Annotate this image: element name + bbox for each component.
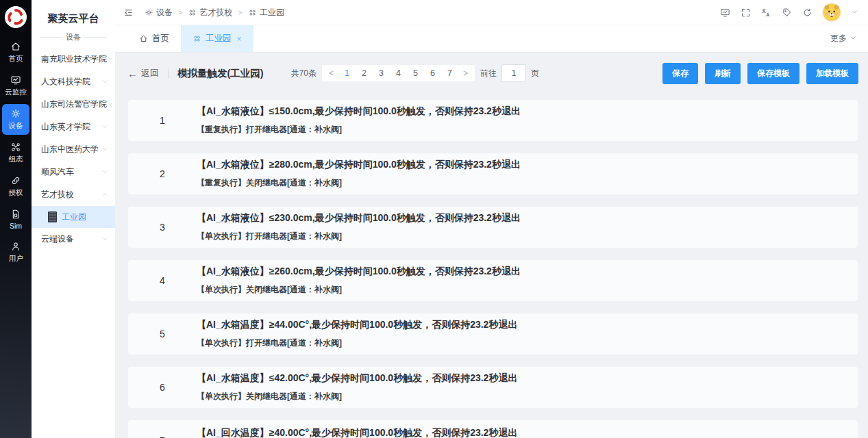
- rule-action: 【单次执行】关闭继电器[通道：补水阀]: [197, 284, 521, 296]
- breadcrumb-label: 艺才技校: [199, 7, 232, 18]
- juying-logo-icon[interactable]: [4, 5, 27, 29]
- tree-item-label: 山东中医药大学: [41, 144, 99, 155]
- page-number-1[interactable]: 1: [338, 68, 356, 78]
- rule-index: 5: [128, 328, 197, 339]
- user-icon: [10, 241, 21, 252]
- rule-card[interactable]: 7【AI_回水温度】≥40.00C°,最少保持时间100.0秒触发，否则保持23…: [127, 420, 858, 438]
- rule-card[interactable]: 1【AI_水箱液位】≤150.0cm,最少保持时间100.0秒触发，否则保持23…: [127, 99, 858, 142]
- breadcrumb-separator: >: [178, 8, 182, 16]
- rule-condition: 【AI_水箱温度】≤42.00C°,最少保持时间100.0秒触发，否则保持23.…: [197, 372, 517, 385]
- rule-condition: 【AI_水箱液位】≤230.0cm,最少保持时间100.0秒触发，否则保持23.…: [197, 212, 521, 224]
- page-number-4[interactable]: 4: [390, 68, 407, 78]
- toolbar-buttons: 保存刷新保存模板加载模板: [656, 63, 858, 84]
- rule-condition: 【AI_水箱液位】≥280.0cm,最少保持时间100.0秒触发，否则保持23.…: [197, 159, 521, 171]
- fullscreen-icon[interactable]: [741, 8, 751, 18]
- tree-item[interactable]: 艺才技校: [32, 183, 115, 206]
- rule-index: 6: [128, 382, 197, 393]
- breadcrumb-item[interactable]: 设备: [145, 7, 173, 18]
- sidebar-section-divider: 设备: [32, 32, 115, 48]
- page-number-6[interactable]: 6: [424, 68, 441, 78]
- page-list: <1234567>: [322, 65, 475, 81]
- rail-item-label: 首页: [9, 54, 23, 64]
- monitor-icon[interactable]: [720, 8, 730, 18]
- svg-text:文: 文: [762, 8, 766, 12]
- rule-action: 【单次执行】打开继电器[通道：补水阀]: [197, 337, 517, 349]
- translate-icon[interactable]: 文A: [761, 8, 771, 18]
- pagination: 共70条 <1234567> 前往 页: [291, 64, 539, 82]
- prev-page-arrow[interactable]: <: [324, 68, 338, 78]
- tree-item[interactable]: 人文科技学院: [32, 70, 115, 93]
- rail-item-link[interactable]: 授权: [2, 171, 29, 202]
- breadcrumb-item[interactable]: 工业园: [248, 7, 284, 18]
- rail-item-nodes[interactable]: 组态: [2, 138, 29, 168]
- breadcrumb-separator: >: [238, 8, 242, 16]
- rail-item-sim[interactable]: Sim: [2, 205, 29, 234]
- tree-item[interactable]: 山东司法警官学院: [32, 93, 115, 116]
- link-icon: [10, 175, 21, 186]
- group-icon: [188, 8, 197, 17]
- close-tab-icon[interactable]: ×: [237, 35, 242, 43]
- rule-card[interactable]: 5【AI_水箱温度】≥44.00C°,最少保持时间100.0秒触发，否则保持23…: [127, 313, 858, 355]
- home-icon: [10, 41, 21, 52]
- page-number-2[interactable]: 2: [356, 68, 373, 78]
- tabbar: 首页工业园× 更多: [115, 25, 868, 53]
- chevron-down-icon: [107, 100, 114, 110]
- group-icon: [193, 34, 201, 43]
- chevron-down-icon: [850, 34, 857, 44]
- rule-index: 3: [128, 222, 197, 233]
- tree-item[interactable]: 山东英才学院: [32, 116, 115, 138]
- next-page-arrow[interactable]: >: [458, 68, 473, 78]
- rule-index: 1: [128, 115, 197, 126]
- monitor-icon: [10, 75, 21, 86]
- 加载模板-button[interactable]: 加载模板: [806, 63, 858, 84]
- rail-item-home[interactable]: 首页: [2, 37, 29, 68]
- rule-action: 【重复执行】打开继电器[通道：补水阀]: [197, 124, 521, 136]
- breadcrumb-item[interactable]: 艺才技校: [188, 7, 232, 18]
- gear-icon: [145, 8, 153, 17]
- tab-label: 首页: [152, 33, 169, 44]
- 保存-button[interactable]: 保存: [662, 63, 698, 84]
- sidebar-section-label: 设备: [66, 32, 81, 42]
- tree-item-label: 艺才技校: [41, 189, 74, 201]
- tree-item[interactable]: 顺风汽车: [32, 161, 115, 183]
- rail-item-gear[interactable]: 设备: [2, 104, 29, 135]
- more-dropdown[interactable]: 更多: [819, 25, 868, 52]
- page-number-7[interactable]: 7: [441, 68, 458, 78]
- tab-工业园[interactable]: 工业园×: [181, 25, 253, 52]
- tree-item[interactable]: 云端设备: [32, 228, 115, 250]
- tree-item-label: 南充职业技术学院: [41, 53, 107, 65]
- rule-card[interactable]: 2【AI_水箱液位】≥280.0cm,最少保持时间100.0秒触发，否则保持23…: [127, 153, 858, 195]
- rail-item-monitor[interactable]: 云监控: [2, 70, 29, 101]
- 保存模板-button[interactable]: 保存模板: [747, 63, 799, 84]
- page-number-5[interactable]: 5: [407, 68, 424, 78]
- rail-item-user[interactable]: 用户: [2, 237, 29, 268]
- user-avatar[interactable]: [823, 3, 841, 21]
- platform-title: 聚英云平台: [32, 8, 115, 32]
- app-root: 首页云监控设备组态授权Sim用户 聚英云平台 设备 南充职业技术学院人文科技学院…: [0, 0, 868, 438]
- refresh-icon[interactable]: [802, 8, 813, 18]
- breadcrumb-label: 工业园: [260, 7, 284, 18]
- page-title: 模拟量触发(工业园): [177, 67, 264, 80]
- rule-card[interactable]: 3【AI_水箱液位】≤230.0cm,最少保持时间100.0秒触发，否则保持23…: [127, 206, 858, 248]
- rule-card[interactable]: 4【AI_水箱液位】≥260.0cm,最少保持时间100.0秒触发，否则保持23…: [127, 259, 858, 302]
- page-number-3[interactable]: 3: [373, 68, 390, 78]
- breadcrumb-label: 设备: [156, 7, 173, 18]
- device-cabinet-icon: [48, 211, 57, 222]
- tree-child-item[interactable]: 工业园: [32, 206, 115, 228]
- collapse-sidebar-icon[interactable]: [123, 8, 134, 18]
- tab-首页[interactable]: 首页: [127, 25, 181, 52]
- back-button[interactable]: ← 返回: [127, 67, 159, 79]
- 刷新-button[interactable]: 刷新: [705, 63, 741, 84]
- tree-item[interactable]: 南充职业技术学院: [32, 48, 115, 70]
- rule-action: 【重复执行】关闭继电器[通道：补水阀]: [197, 177, 521, 189]
- tag-icon[interactable]: [782, 8, 792, 18]
- chevron-down-icon[interactable]: [851, 6, 858, 18]
- tree-item[interactable]: 山东中医药大学: [32, 138, 115, 161]
- goto-page-input[interactable]: [501, 64, 526, 82]
- device-sidebar: 聚英云平台 设备 南充职业技术学院人文科技学院山东司法警官学院山东英才学院山东中…: [32, 0, 115, 438]
- rail-item-label: 授权: [9, 188, 23, 198]
- chevron-down-icon: [107, 55, 114, 64]
- gear-icon: [10, 108, 21, 119]
- rule-card[interactable]: 6【AI_水箱温度】≤42.00C°,最少保持时间100.0秒触发，否则保持23…: [127, 366, 858, 409]
- rail-items: 首页云监控设备组态授权Sim用户: [2, 37, 29, 270]
